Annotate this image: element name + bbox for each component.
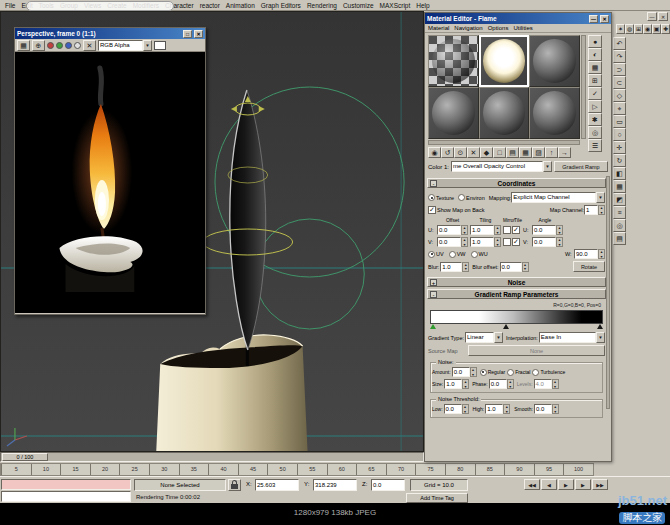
- maximize-icon[interactable]: □: [183, 30, 192, 38]
- chevron-down-icon[interactable]: [543, 161, 552, 172]
- material-editor-menu-item[interactable]: Options: [488, 25, 509, 31]
- v-tiling-field[interactable]: 1.0: [470, 237, 494, 247]
- turbulence-radio[interactable]: [532, 369, 539, 376]
- reset-map-icon[interactable]: ✕: [467, 147, 480, 158]
- track-bar[interactable]: 5101520253035404550556065707580859095100: [0, 463, 594, 476]
- sample-slot[interactable]: [529, 35, 580, 87]
- options-icon[interactable]: ✱: [588, 113, 602, 126]
- spinner-icon[interactable]: [598, 249, 605, 259]
- threshold-high-field[interactable]: 1.0: [485, 404, 503, 414]
- material-editor-titlebar[interactable]: Material Editor - Flame — ✕: [425, 13, 611, 24]
- noise-amount-field[interactable]: 0.0: [452, 367, 470, 377]
- layers-icon[interactable]: ▤: [613, 232, 626, 245]
- v-mirror-checkbox[interactable]: [503, 238, 511, 246]
- material-id-icon[interactable]: ▦: [519, 147, 532, 158]
- rollout-scrollbar[interactable]: [606, 176, 610, 409]
- background-color-swatch[interactable]: [154, 41, 166, 50]
- material-map-navigator-icon[interactable]: ☰: [588, 139, 602, 152]
- maxscript-listener-input[interactable]: [1, 479, 131, 490]
- assign-material-icon[interactable]: ⊙: [454, 147, 467, 158]
- chevron-down-icon[interactable]: [494, 332, 503, 343]
- green-channel-icon[interactable]: [56, 42, 63, 49]
- snap-toggle-icon[interactable]: ▦: [613, 180, 626, 193]
- gradient-ramp-bar[interactable]: [430, 310, 603, 324]
- threshold-smooth-field[interactable]: 0.0: [534, 404, 552, 414]
- sample-slot-active-flame[interactable]: [479, 35, 530, 87]
- clear-frame-icon[interactable]: ✕: [83, 40, 96, 51]
- clone-rendered-frame-icon[interactable]: ⊕: [32, 40, 45, 51]
- previous-frame-icon[interactable]: ◀: [541, 479, 557, 490]
- time-slider-handle[interactable]: 0 / 100: [2, 453, 48, 461]
- trackbar-range[interactable]: [26, 1, 174, 11]
- spinner-icon[interactable]: [494, 237, 501, 247]
- maxscript-listener-output[interactable]: [1, 491, 131, 502]
- menu-item[interactable]: Graph Editors: [258, 2, 304, 9]
- collapse-icon[interactable]: -: [430, 180, 437, 187]
- put-material-to-scene-icon[interactable]: ↺: [441, 147, 454, 158]
- spinner-icon[interactable]: [522, 262, 529, 272]
- material-editor-menu-item[interactable]: Navigation: [454, 25, 482, 31]
- u-angle-field[interactable]: 0.0: [532, 225, 556, 235]
- select-link-icon[interactable]: ⊃: [613, 63, 626, 76]
- blur-offset-field[interactable]: 0.0: [500, 262, 522, 272]
- toolbar-close-button[interactable]: ✕: [658, 12, 668, 21]
- interpolation-dropdown[interactable]: Ease In: [539, 332, 605, 343]
- gradient-flag-0[interactable]: [430, 324, 436, 329]
- menu-item[interactable]: Customize: [340, 2, 377, 9]
- redo-icon[interactable]: ↷: [613, 50, 626, 63]
- select-and-scale-icon[interactable]: ◧: [613, 167, 626, 180]
- tab-hierarchy-icon[interactable]: ⊞: [634, 24, 643, 34]
- backlight-icon[interactable]: ◐: [588, 48, 602, 61]
- select-object-icon[interactable]: ⌖: [613, 102, 626, 115]
- material-editor-menu-item[interactable]: Material: [428, 25, 449, 31]
- unlink-icon[interactable]: ⊂: [613, 76, 626, 89]
- spinner-icon[interactable]: [470, 367, 477, 377]
- v-angle-field[interactable]: 0.0: [532, 237, 556, 247]
- map-channel-field[interactable]: 1: [584, 205, 598, 215]
- sample-slot[interactable]: [428, 87, 479, 139]
- red-channel-icon[interactable]: [47, 42, 54, 49]
- spinner-icon[interactable]: [461, 225, 468, 235]
- gradient-flag-end[interactable]: [597, 324, 603, 329]
- select-and-rotate-icon[interactable]: ↻: [613, 154, 626, 167]
- undo-icon[interactable]: ↶: [613, 37, 626, 50]
- select-region-icon[interactable]: ○: [613, 128, 626, 141]
- menu-item[interactable]: Help: [413, 2, 432, 9]
- wu-radio[interactable]: [471, 251, 478, 258]
- sample-slot-checker[interactable]: [428, 35, 479, 87]
- regular-radio[interactable]: [480, 369, 487, 376]
- blur-field[interactable]: 1.0: [440, 262, 462, 272]
- sample-uv-tiling-icon[interactable]: ⊞: [588, 74, 602, 87]
- make-unique-icon[interactable]: □: [493, 147, 506, 158]
- mapping-dropdown[interactable]: Explicit Map Channel: [511, 192, 605, 203]
- v-tile-checkbox[interactable]: [512, 238, 520, 246]
- show-map-in-viewport-icon[interactable]: ▨: [532, 147, 545, 158]
- spinner-icon[interactable]: [556, 237, 563, 247]
- put-to-library-icon[interactable]: ▤: [506, 147, 519, 158]
- menu-item[interactable]: File: [2, 2, 18, 9]
- go-to-parent-icon[interactable]: ↑: [545, 147, 558, 158]
- x-coordinate-field[interactable]: 25.603: [255, 479, 299, 491]
- render-window-titlebar[interactable]: Perspective, frame 0 (1:1) □ ✕: [15, 28, 205, 39]
- chevron-down-icon[interactable]: [596, 192, 605, 203]
- add-time-tag-button[interactable]: Add Time Tag: [406, 493, 468, 503]
- go-to-start-icon[interactable]: ◀◀: [524, 479, 540, 490]
- select-by-name-icon[interactable]: ▭: [613, 115, 626, 128]
- source-map-button[interactable]: None: [468, 345, 605, 356]
- w-angle-field[interactable]: 90.0: [574, 249, 598, 259]
- minimize-icon[interactable]: —: [589, 15, 598, 23]
- go-forward-icon[interactable]: →: [558, 147, 571, 158]
- tab-display-icon[interactable]: ▣: [652, 24, 661, 34]
- next-frame-icon[interactable]: ▶: [575, 479, 591, 490]
- uv-radio[interactable]: [428, 251, 435, 258]
- tab-create-icon[interactable]: ✶: [616, 24, 625, 34]
- tab-motion-icon[interactable]: ◉: [643, 24, 652, 34]
- rollout-noise[interactable]: + Noise: [427, 277, 606, 287]
- blue-channel-icon[interactable]: [65, 42, 72, 49]
- z-coordinate-field[interactable]: 0.0: [371, 479, 405, 491]
- noise-levels-field[interactable]: 4.0: [534, 379, 552, 389]
- tab-utilities-icon[interactable]: ✚: [661, 24, 670, 34]
- get-material-icon[interactable]: ◉: [428, 147, 441, 158]
- channel-select-dropdown[interactable]: RGB Alpha: [98, 40, 152, 51]
- spinner-icon[interactable]: [507, 379, 514, 389]
